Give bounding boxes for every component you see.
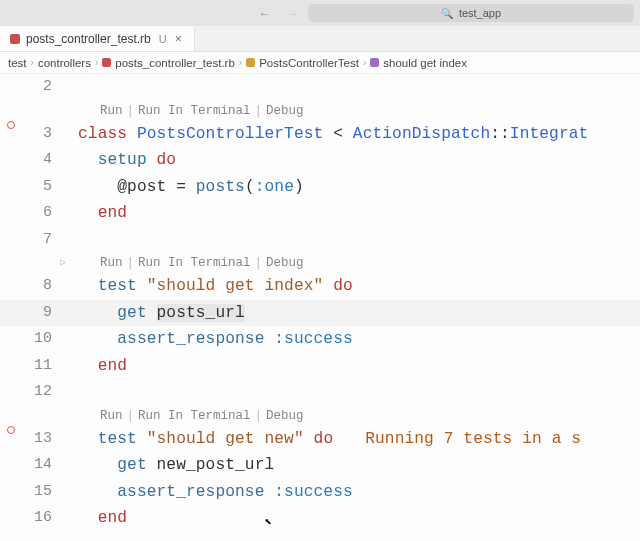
tab-close-icon[interactable]: × xyxy=(173,32,184,46)
tabbar: posts_controller_test.rb U × xyxy=(0,26,640,52)
line-number: 15 xyxy=(22,479,58,506)
code-line[interactable]: 10 assert_response :success xyxy=(0,326,640,353)
code-content: setup do xyxy=(78,147,176,174)
code-line[interactable]: 4 setup do xyxy=(0,147,640,174)
nav-forward-icon[interactable]: → xyxy=(285,6,298,21)
ruby-file-icon xyxy=(10,34,20,44)
codelens-run-terminal[interactable]: Run In Terminal xyxy=(138,406,251,426)
tab-posts-controller-test[interactable]: posts_controller_test.rb U × xyxy=(0,26,195,51)
codelens-row: ▷ Run | Run In Terminal | Debug xyxy=(0,253,640,273)
chevron-right-icon: › xyxy=(31,57,34,68)
codelens-sep: | xyxy=(123,253,139,273)
tab-filename: posts_controller_test.rb xyxy=(26,32,151,46)
line-number: 7 xyxy=(22,227,58,254)
code-line[interactable]: 15 assert_response :success xyxy=(0,479,640,506)
breakpoint-unverified-icon[interactable] xyxy=(7,426,15,434)
codelens-row: Run | Run In Terminal | Debug xyxy=(0,406,640,426)
code-line[interactable]: 3 class PostsControllerTest < ActionDisp… xyxy=(0,121,640,148)
code-line-current[interactable]: 9 get posts_url ⬉ xyxy=(0,300,640,327)
code-line[interactable]: 14 get new_post_url xyxy=(0,452,640,479)
code-line[interactable]: 16 end xyxy=(0,505,640,532)
breakpoint-gutter[interactable] xyxy=(0,426,22,434)
breadcrumb: test › controllers › posts_controller_te… xyxy=(0,52,640,74)
code-line[interactable]: 13 test "should get new" doRunning 7 tes… xyxy=(0,426,640,453)
chevron-right-icon: › xyxy=(363,57,366,68)
ruby-file-icon xyxy=(102,58,111,67)
chevron-right-icon: › xyxy=(239,57,242,68)
titlebar: ← → 🔍 test_app xyxy=(0,0,640,26)
chevron-right-icon: › xyxy=(95,57,98,68)
codelens-sep: | xyxy=(123,406,139,426)
line-number: 3 xyxy=(22,121,58,148)
test-run-status: Running 7 tests in a s xyxy=(365,430,581,448)
line-number: 8 xyxy=(22,273,58,300)
line-number: 2 xyxy=(22,74,58,101)
breadcrumb-class[interactable]: PostsControllerTest xyxy=(259,57,359,69)
line-number: 9 xyxy=(22,300,58,327)
breakpoint-gutter[interactable] xyxy=(0,121,22,129)
codelens-debug[interactable]: Debug xyxy=(266,253,304,273)
code-content: end xyxy=(78,353,127,380)
nav-arrows: ← → xyxy=(258,6,298,21)
codelens-row: Run | Run In Terminal | Debug xyxy=(0,101,640,121)
code-content: test "should get index" do xyxy=(78,273,353,300)
class-symbol-icon xyxy=(246,58,255,67)
code-line[interactable]: 12 xyxy=(0,379,640,406)
code-line[interactable]: 2 xyxy=(0,74,640,101)
code-content: @post = posts(:one) xyxy=(78,174,304,201)
code-line[interactable]: 6 end xyxy=(0,200,640,227)
code-line[interactable]: 11 end xyxy=(0,353,640,380)
line-number: 14 xyxy=(22,452,58,479)
codelens-run-terminal[interactable]: Run In Terminal xyxy=(138,253,251,273)
run-gutter-icon[interactable]: ▷ xyxy=(60,253,66,273)
codelens-sep: | xyxy=(123,101,139,121)
search-label: test_app xyxy=(459,7,501,19)
code-content: class PostsControllerTest < ActionDispat… xyxy=(78,121,588,148)
code-line[interactable]: 5 @post = posts(:one) xyxy=(0,174,640,201)
code-content: get new_post_url xyxy=(78,452,274,479)
line-number: 16 xyxy=(22,505,58,532)
breakpoint-unverified-icon[interactable] xyxy=(7,121,15,129)
codelens-run-terminal[interactable]: Run In Terminal xyxy=(138,101,251,121)
line-number: 6 xyxy=(22,200,58,227)
code-content: assert_response :success xyxy=(78,479,353,506)
codelens-debug[interactable]: Debug xyxy=(266,406,304,426)
method-symbol-icon xyxy=(370,58,379,67)
line-number: 5 xyxy=(22,174,58,201)
line-number: 10 xyxy=(22,326,58,353)
code-content: get posts_url xyxy=(78,300,245,327)
nav-back-icon[interactable]: ← xyxy=(258,6,271,21)
code-content: end xyxy=(78,200,127,227)
codelens-sep: | xyxy=(251,101,267,121)
editor[interactable]: 2 Run | Run In Terminal | Debug 3 class … xyxy=(0,74,640,541)
tab-vcs-status: U xyxy=(159,33,167,45)
codelens-debug[interactable]: Debug xyxy=(266,101,304,121)
code-content: test "should get new" doRunning 7 tests … xyxy=(78,426,581,453)
line-number: 13 xyxy=(22,426,58,453)
code-content: end xyxy=(78,505,127,532)
code-content: assert_response :success xyxy=(78,326,353,353)
code-line[interactable]: 8 test "should get index" do xyxy=(0,273,640,300)
breadcrumb-method[interactable]: should get index xyxy=(383,57,467,69)
breadcrumb-folder[interactable]: controllers xyxy=(38,57,91,69)
breadcrumb-file[interactable]: posts_controller_test.rb xyxy=(115,57,235,69)
line-number: 4 xyxy=(22,147,58,174)
line-number: 11 xyxy=(22,353,58,380)
line-number: 12 xyxy=(22,379,58,406)
codelens-run[interactable]: Run xyxy=(100,101,123,121)
code-line[interactable]: 7 xyxy=(0,227,640,254)
codelens-run[interactable]: Run xyxy=(100,406,123,426)
command-center-search[interactable]: 🔍 test_app xyxy=(308,4,634,22)
codelens-run[interactable]: Run xyxy=(100,253,123,273)
breadcrumb-folder[interactable]: test xyxy=(8,57,27,69)
codelens-sep: | xyxy=(251,406,267,426)
codelens-sep: | xyxy=(251,253,267,273)
search-icon: 🔍 xyxy=(441,8,453,19)
